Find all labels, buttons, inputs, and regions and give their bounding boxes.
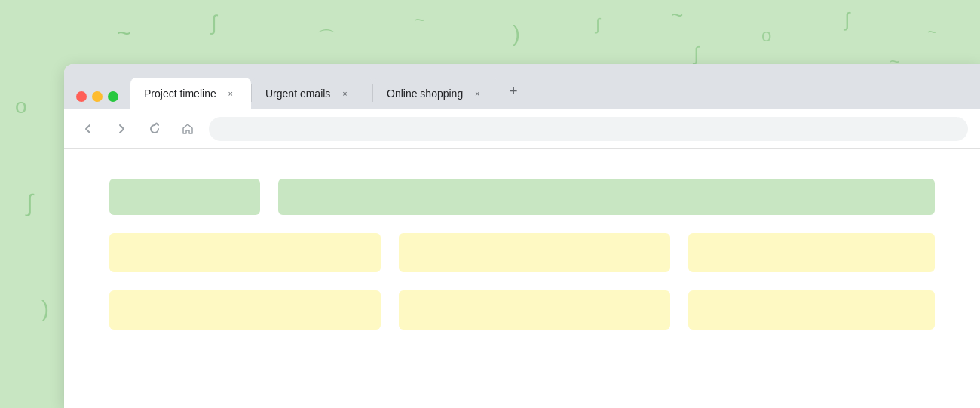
home-button[interactable] xyxy=(176,117,200,141)
svg-text:∫: ∫ xyxy=(210,11,219,35)
svg-text:∫: ∫ xyxy=(692,42,700,65)
tab-divider-3 xyxy=(498,84,498,102)
svg-text:∫: ∫ xyxy=(594,15,602,34)
maximize-button[interactable] xyxy=(108,91,118,102)
content-row-1 xyxy=(109,179,935,215)
tab-bar: Project timeline × Urgent emails × Onlin… xyxy=(64,64,980,109)
content-block-yellow-3 xyxy=(688,233,935,272)
browser-window: Project timeline × Urgent emails × Onlin… xyxy=(64,64,980,408)
content-row-2 xyxy=(109,233,935,272)
new-tab-button[interactable]: + xyxy=(501,79,525,103)
svg-text:~: ~ xyxy=(117,20,131,47)
content-block-yellow-4 xyxy=(109,290,381,330)
page-content xyxy=(64,149,980,408)
close-button[interactable] xyxy=(76,91,87,102)
toolbar xyxy=(64,109,980,149)
content-block-yellow-2 xyxy=(399,233,670,272)
forward-button[interactable] xyxy=(109,117,133,141)
tab-close-online-shopping[interactable]: × xyxy=(470,87,484,100)
svg-text:~: ~ xyxy=(927,23,937,41)
svg-text:~: ~ xyxy=(671,4,683,27)
address-bar[interactable] xyxy=(209,117,968,141)
svg-text:): ) xyxy=(41,296,49,321)
minimize-button[interactable] xyxy=(92,91,103,102)
content-block-green-large xyxy=(278,179,935,215)
tab-close-urgent-emails[interactable]: × xyxy=(338,87,351,100)
content-block-yellow-1 xyxy=(109,233,381,272)
content-block-green-small xyxy=(109,179,260,215)
svg-text:~: ~ xyxy=(415,10,425,30)
content-block-yellow-6 xyxy=(688,290,935,330)
window-controls xyxy=(76,91,118,102)
svg-text:): ) xyxy=(513,21,520,46)
svg-text:⌒: ⌒ xyxy=(317,27,336,50)
content-block-yellow-5 xyxy=(399,290,670,330)
svg-text:o: o xyxy=(15,94,27,118)
back-button[interactable] xyxy=(76,117,100,141)
tab-urgent-emails[interactable]: Urgent emails × xyxy=(252,78,372,109)
svg-text:∫: ∫ xyxy=(25,189,35,216)
reload-button[interactable] xyxy=(142,117,167,141)
svg-text:o: o xyxy=(761,25,771,45)
tab-online-shopping[interactable]: Online shopping × xyxy=(373,78,498,109)
content-row-3 xyxy=(109,290,935,330)
tab-project-timeline[interactable]: Project timeline × xyxy=(130,78,251,109)
tab-close-project-timeline[interactable]: × xyxy=(224,87,237,100)
svg-text:∫: ∫ xyxy=(843,8,851,31)
